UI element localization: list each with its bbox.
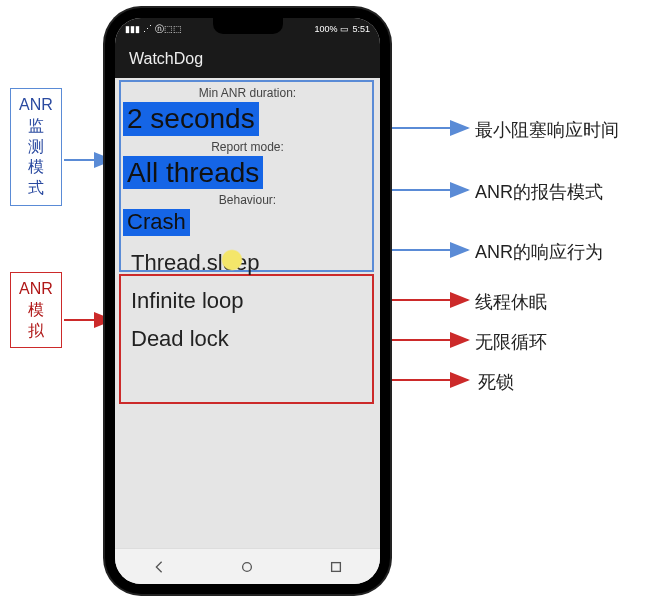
phone-screen: ▮▮▮ ⋰ ⓝ⬚⬚ 100% ▭ 5:51 WatchDog Min ANR d… [115,18,380,584]
anno-right-report-mode: ANR的报告模式 [475,180,603,204]
nav-recent-icon[interactable] [329,560,343,574]
behaviour-label: Behaviour: [121,189,374,209]
simulate-item-label: Thread.sleep [131,250,259,275]
nav-back-icon[interactable] [152,560,166,574]
battery-percent: 100% [314,24,337,34]
status-icons: ⓝ⬚⬚ [155,23,182,36]
screen-content: Min ANR duration: 2 seconds Report mode:… [115,78,380,548]
phone-notch [213,18,283,34]
anno-right-infinite-loop: 无限循环 [475,330,547,354]
simulate-dead-lock[interactable]: Dead lock [121,320,374,358]
min-anr-duration-label: Min ANR duration: [121,82,374,102]
app-bar: WatchDog [115,40,380,78]
simulate-thread-sleep[interactable]: Thread.sleep [121,244,374,282]
anno-right-behaviour: ANR的响应行为 [475,240,603,264]
phone-frame: ▮▮▮ ⋰ ⓝ⬚⬚ 100% ▭ 5:51 WatchDog Min ANR d… [105,8,390,594]
battery-icon: ▭ [340,24,349,34]
anno-anr-simulate: ANR 模 拟 [10,272,62,348]
android-nav-bar [115,548,380,584]
simulate-item-label: Dead lock [131,326,229,351]
report-mode-value[interactable]: All threads [123,156,263,190]
anno-right-min-duration: 最小阻塞响应时间 [475,118,619,142]
anno-anr-monitor-mode: ANR 监 测 模 式 [10,88,62,206]
min-anr-duration-value[interactable]: 2 seconds [123,102,259,136]
anno-right-thread-sleep: 线程休眠 [475,290,547,314]
simulate-infinite-loop[interactable]: Infinite loop [121,282,374,320]
wifi-icon: ⋰ [143,24,152,34]
simulate-item-label: Infinite loop [131,288,244,313]
behaviour-value[interactable]: Crash [123,209,190,235]
app-title: WatchDog [129,50,203,68]
clock: 5:51 [352,24,370,34]
svg-rect-9 [331,562,340,571]
report-mode-label: Report mode: [121,136,374,156]
nav-home-icon[interactable] [240,560,254,574]
signal-icon: ▮▮▮ [125,24,140,34]
svg-point-8 [243,562,252,571]
anno-right-dead-lock: 死锁 [478,370,514,394]
